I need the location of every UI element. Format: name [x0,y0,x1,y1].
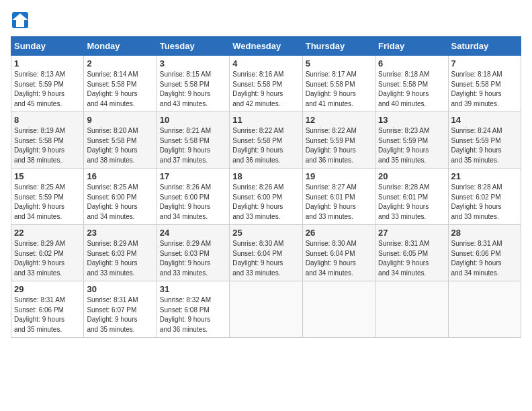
day-info: Sunrise: 8:14 AM Sunset: 5:58 PM Dayligh… [87,70,153,109]
calendar-day-3: 3Sunrise: 8:15 AM Sunset: 5:58 PM Daylig… [157,56,229,112]
day-number: 18 [232,171,299,181]
day-info: Sunrise: 8:19 AM Sunset: 5:58 PM Dayligh… [14,126,81,165]
day-number: 12 [306,115,372,125]
day-info: Sunrise: 8:16 AM Sunset: 5:58 PM Dayligh… [232,70,299,109]
day-number: 19 [306,171,372,181]
day-number: 16 [87,171,153,181]
day-number: 15 [14,171,81,181]
day-number: 28 [451,228,518,238]
day-info: Sunrise: 8:28 AM Sunset: 6:02 PM Dayligh… [451,183,518,222]
calendar-day-30: 30Sunrise: 8:31 AM Sunset: 6:07 PM Dayli… [84,281,157,338]
day-number: 3 [160,58,226,68]
empty-cell [230,281,302,338]
calendar-day-27: 27Sunrise: 8:31 AM Sunset: 6:05 PM Dayli… [375,225,448,281]
day-info: Sunrise: 8:31 AM Sunset: 6:06 PM Dayligh… [451,239,518,278]
day-number: 10 [160,115,226,125]
day-info: Sunrise: 8:31 AM Sunset: 6:06 PM Dayligh… [14,295,81,334]
day-info: Sunrise: 8:31 AM Sunset: 6:05 PM Dayligh… [378,239,445,278]
calendar-day-29: 29Sunrise: 8:31 AM Sunset: 6:06 PM Dayli… [11,281,84,338]
day-info: Sunrise: 8:29 AM Sunset: 6:02 PM Dayligh… [14,239,81,278]
day-info: Sunrise: 8:32 AM Sunset: 6:08 PM Dayligh… [160,295,226,334]
day-info: Sunrise: 8:26 AM Sunset: 6:00 PM Dayligh… [232,183,299,222]
day-number: 20 [378,171,445,181]
calendar-day-5: 5Sunrise: 8:17 AM Sunset: 5:58 PM Daylig… [302,56,375,112]
day-number: 21 [451,171,518,181]
empty-cell [375,281,448,338]
day-info: Sunrise: 8:15 AM Sunset: 5:58 PM Dayligh… [160,70,226,109]
day-number: 17 [160,171,226,181]
day-number: 11 [232,115,299,125]
calendar-day-10: 10Sunrise: 8:21 AM Sunset: 5:58 PM Dayli… [157,112,229,169]
calendar-day-7: 7Sunrise: 8:18 AM Sunset: 5:58 PM Daylig… [448,56,521,112]
calendar-day-21: 21Sunrise: 8:28 AM Sunset: 6:02 PM Dayli… [448,169,521,225]
day-info: Sunrise: 8:30 AM Sunset: 6:04 PM Dayligh… [232,239,299,278]
calendar-day-26: 26Sunrise: 8:30 AM Sunset: 6:04 PM Dayli… [302,225,375,281]
calendar-day-1: 1Sunrise: 8:13 AM Sunset: 5:59 PM Daylig… [11,56,84,112]
day-header-thursday: Thursday [302,37,375,56]
day-info: Sunrise: 8:22 AM Sunset: 5:59 PM Dayligh… [306,126,372,165]
day-info: Sunrise: 8:29 AM Sunset: 6:03 PM Dayligh… [160,239,226,278]
day-number: 6 [378,58,445,68]
day-info: Sunrise: 8:21 AM Sunset: 5:58 PM Dayligh… [160,126,226,165]
day-header-tuesday: Tuesday [157,37,229,56]
day-number: 31 [160,284,226,294]
logo [11,11,32,30]
calendar-day-6: 6Sunrise: 8:18 AM Sunset: 5:58 PM Daylig… [375,56,448,112]
calendar-day-4: 4Sunrise: 8:16 AM Sunset: 5:58 PM Daylig… [230,56,302,112]
day-number: 9 [87,115,153,125]
calendar-day-25: 25Sunrise: 8:30 AM Sunset: 6:04 PM Dayli… [230,225,302,281]
day-info: Sunrise: 8:29 AM Sunset: 6:03 PM Dayligh… [87,239,153,278]
calendar-day-18: 18Sunrise: 8:26 AM Sunset: 6:00 PM Dayli… [230,169,302,225]
calendar-day-22: 22Sunrise: 8:29 AM Sunset: 6:02 PM Dayli… [11,225,84,281]
day-info: Sunrise: 8:20 AM Sunset: 5:58 PM Dayligh… [87,126,153,165]
calendar-day-19: 19Sunrise: 8:27 AM Sunset: 6:01 PM Dayli… [302,169,375,225]
empty-cell [302,281,375,338]
day-number: 7 [451,58,518,68]
day-header-wednesday: Wednesday [230,37,302,56]
day-number: 25 [232,228,299,238]
day-info: Sunrise: 8:18 AM Sunset: 5:58 PM Dayligh… [451,70,518,109]
day-header-friday: Friday [375,37,448,56]
day-info: Sunrise: 8:13 AM Sunset: 5:59 PM Dayligh… [14,70,81,109]
calendar-day-13: 13Sunrise: 8:23 AM Sunset: 5:59 PM Dayli… [375,112,448,169]
day-number: 4 [232,58,299,68]
calendar-day-28: 28Sunrise: 8:31 AM Sunset: 6:06 PM Dayli… [448,225,521,281]
day-info: Sunrise: 8:23 AM Sunset: 5:59 PM Dayligh… [378,126,445,165]
day-number: 8 [14,115,81,125]
day-info: Sunrise: 8:17 AM Sunset: 5:58 PM Dayligh… [306,70,372,109]
calendar-day-2: 2Sunrise: 8:14 AM Sunset: 5:58 PM Daylig… [84,56,157,112]
day-number: 29 [14,284,81,294]
logo-icon [11,11,30,30]
page-header [11,11,521,30]
day-info: Sunrise: 8:25 AM Sunset: 6:00 PM Dayligh… [87,183,153,222]
day-number: 22 [14,228,81,238]
calendar-day-31: 31Sunrise: 8:32 AM Sunset: 6:08 PM Dayli… [157,281,229,338]
calendar-day-11: 11Sunrise: 8:22 AM Sunset: 5:58 PM Dayli… [230,112,302,169]
day-number: 5 [306,58,372,68]
calendar-day-20: 20Sunrise: 8:28 AM Sunset: 6:01 PM Dayli… [375,169,448,225]
day-number: 23 [87,228,153,238]
calendar-day-15: 15Sunrise: 8:25 AM Sunset: 5:59 PM Dayli… [11,169,84,225]
calendar-day-23: 23Sunrise: 8:29 AM Sunset: 6:03 PM Dayli… [84,225,157,281]
day-header-monday: Monday [84,37,157,56]
day-number: 1 [14,58,81,68]
day-info: Sunrise: 8:28 AM Sunset: 6:01 PM Dayligh… [378,183,445,222]
calendar-day-14: 14Sunrise: 8:24 AM Sunset: 5:59 PM Dayli… [448,112,521,169]
day-number: 27 [378,228,445,238]
day-number: 24 [160,228,226,238]
day-info: Sunrise: 8:22 AM Sunset: 5:58 PM Dayligh… [232,126,299,165]
calendar-day-24: 24Sunrise: 8:29 AM Sunset: 6:03 PM Dayli… [157,225,229,281]
day-info: Sunrise: 8:24 AM Sunset: 5:59 PM Dayligh… [451,126,518,165]
day-info: Sunrise: 8:26 AM Sunset: 6:00 PM Dayligh… [160,183,226,222]
calendar-day-12: 12Sunrise: 8:22 AM Sunset: 5:59 PM Dayli… [302,112,375,169]
day-number: 13 [378,115,445,125]
day-header-sunday: Sunday [11,37,84,56]
calendar-day-17: 17Sunrise: 8:26 AM Sunset: 6:00 PM Dayli… [157,169,229,225]
day-number: 30 [87,284,153,294]
day-number: 14 [451,115,518,125]
calendar-day-9: 9Sunrise: 8:20 AM Sunset: 5:58 PM Daylig… [84,112,157,169]
day-info: Sunrise: 8:27 AM Sunset: 6:01 PM Dayligh… [306,183,372,222]
day-info: Sunrise: 8:30 AM Sunset: 6:04 PM Dayligh… [306,239,372,278]
calendar-table: SundayMondayTuesdayWednesdayThursdayFrid… [11,36,521,338]
day-header-saturday: Saturday [448,37,521,56]
